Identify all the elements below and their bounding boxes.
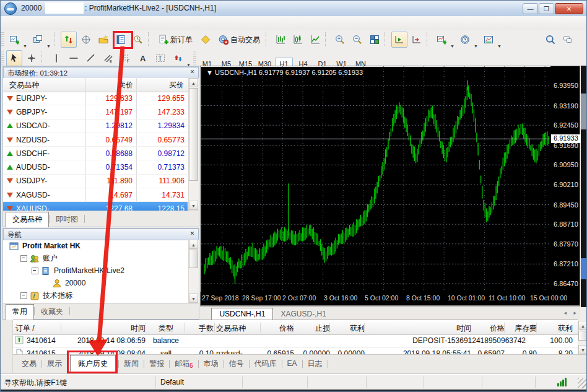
market-watch-row-eurjpy[interactable]: EURJPY-129.633129.655 xyxy=(3,92,188,105)
new-order-button[interactable]: 新订单 xyxy=(155,32,196,48)
terminal-tab-新闻[interactable]: 新闻 xyxy=(119,355,144,372)
navigator-item-账户[interactable]: 账户 xyxy=(3,252,188,264)
horizontal-line-button[interactable] xyxy=(66,50,82,66)
terminal-row-3410614[interactable]: 34106142018.09.14 08:06:59balance100.00D… xyxy=(13,334,578,348)
autotrading-button[interactable]: 自动交易 xyxy=(215,32,264,48)
terminal-col-1[interactable]: 时间 xyxy=(63,323,146,334)
terminal-tab-邮箱[interactable]: 邮箱6 xyxy=(170,355,198,372)
text-button[interactable]: A xyxy=(135,50,151,66)
navigator-item-profitmarkethk-live2[interactable]: ProfitMarketHK-Live2 xyxy=(3,264,188,277)
chart-candles-button[interactable] xyxy=(290,32,306,48)
terminal-tab-警报[interactable]: 警报 xyxy=(144,355,169,372)
window-minimize-button[interactable]: — xyxy=(523,3,538,14)
metaeditor-button[interactable] xyxy=(198,32,214,48)
toolbar-grip[interactable] xyxy=(1,32,4,46)
crosshair-button[interactable] xyxy=(24,50,40,66)
scroll-thumb[interactable] xyxy=(189,88,198,181)
market-watch-row-usdjpy[interactable]: USDJPY-111.890111.906 xyxy=(3,175,188,188)
zoom-out-button[interactable] xyxy=(349,32,365,48)
status-profile[interactable]: Default xyxy=(160,378,184,386)
chart-plot[interactable] xyxy=(201,66,550,292)
navigator-tab-收藏夹[interactable]: 收藏夹 xyxy=(35,305,69,320)
toolbar-grip[interactable] xyxy=(1,51,4,64)
toolbar-grip[interactable] xyxy=(193,51,196,64)
collapse-marker-icon[interactable]: ▼ xyxy=(206,69,213,76)
navigator-button[interactable] xyxy=(95,32,111,48)
auto-scroll-button[interactable] xyxy=(391,32,407,48)
terminal-col-8[interactable]: 时间 xyxy=(366,323,471,334)
terminal-tab-信号[interactable]: 信号 xyxy=(224,355,249,372)
terminal-col-6[interactable]: 止损 xyxy=(295,323,330,334)
close-icon[interactable]: ✕ xyxy=(188,230,196,238)
terminal-tab-EA[interactable]: EA xyxy=(282,356,302,371)
chat-button[interactable] xyxy=(560,32,576,48)
terminal-tab-展示[interactable]: 展示 xyxy=(42,355,67,372)
navigator-scrollbar[interactable]: ▲ ▼ xyxy=(188,240,199,303)
terminal-scrollbar[interactable]: ▲ ▼ xyxy=(578,321,587,354)
scroll-down-icon[interactable]: ▼ xyxy=(578,345,587,354)
scroll-down-icon[interactable]: ▼ xyxy=(189,201,198,210)
window-maximize-button[interactable]: ❐ xyxy=(539,3,554,14)
scroll-up-icon[interactable]: ▲ xyxy=(578,321,587,330)
chart-line-button[interactable] xyxy=(307,32,323,48)
scroll-down-icon[interactable]: ▼ xyxy=(189,294,198,303)
tab-scroll-left-icon[interactable]: ◂ xyxy=(563,310,567,316)
terminal-col-2[interactable]: 类型 xyxy=(147,323,185,334)
zoom-in-button[interactable] xyxy=(332,32,348,48)
profiles-button[interactable] xyxy=(30,32,46,48)
indicators-button[interactable] xyxy=(433,32,450,48)
tab-scroll-right-icon[interactable]: ▸ xyxy=(573,310,576,316)
market-watch-row-xagusd[interactable]: XAGUSD-14.69714.731 xyxy=(3,188,188,202)
terminal-col-5[interactable]: 价格 xyxy=(262,323,294,334)
market-watch-scrollbar[interactable]: ▲ ▼ xyxy=(188,78,199,211)
terminal-tab-市场[interactable]: 市场 xyxy=(199,355,224,372)
chart-bars-button[interactable] xyxy=(272,32,289,48)
navigator-item-技术指标[interactable]: f技术指标 xyxy=(3,289,188,302)
terminal-col-0[interactable]: 订单 / xyxy=(15,323,63,334)
terminal-col-7[interactable]: 获利 xyxy=(331,323,365,334)
search-button[interactable] xyxy=(542,32,559,48)
text-label-button[interactable]: T xyxy=(152,50,168,66)
market-watch-tab-即时图[interactable]: 即时图 xyxy=(50,212,84,227)
data-window-button[interactable] xyxy=(78,32,94,48)
arrows-button[interactable] xyxy=(170,50,186,66)
scroll-thumb[interactable] xyxy=(578,331,587,341)
scroll-up-icon[interactable]: ▲ xyxy=(189,78,198,87)
terminal-col-10[interactable]: 库存费 xyxy=(506,323,537,334)
market-watch-button[interactable] xyxy=(61,32,77,48)
market-watch-row-usdchf[interactable]: USDCHF-0.986880.98712 xyxy=(3,147,188,160)
resize-grip[interactable] xyxy=(578,378,586,388)
market-watch-row-gbpjpy[interactable]: GBPJPY-147.197147.233 xyxy=(3,105,188,119)
market-watch-row-nzdusd[interactable]: NZDUSD-0.657490.65773 xyxy=(3,133,188,147)
terminal-col-11[interactable]: 获利 xyxy=(538,323,573,334)
chart-shift-button[interactable] xyxy=(409,32,425,48)
close-icon[interactable]: ✕ xyxy=(188,68,196,76)
scroll-thumb[interactable] xyxy=(581,94,586,129)
window-scroll-strip[interactable] xyxy=(581,66,586,307)
collapse-expander-icon[interactable] xyxy=(20,255,27,262)
collapse-expander-icon[interactable] xyxy=(20,292,27,299)
scroll-thumb[interactable] xyxy=(189,250,198,268)
scroll-up-icon[interactable]: ▲ xyxy=(189,240,198,249)
terminal-col-9[interactable]: 价格 xyxy=(472,323,505,334)
collapse-expander-icon[interactable] xyxy=(32,268,38,274)
templates-button[interactable] xyxy=(480,32,497,48)
terminal-tab-代码库[interactable]: 代码库 xyxy=(250,355,282,372)
market-watch-row-usdcad[interactable]: USDCAD-1.298121.29834 xyxy=(3,120,188,133)
navigator-tab-常用[interactable]: 常用 xyxy=(6,304,34,320)
terminal-tab-日志[interactable]: 日志 xyxy=(303,355,328,372)
chart-tab-xagusdh1[interactable]: XAGUSD-,H1 xyxy=(273,308,333,320)
navigator-item-profit-market-hk[interactable]: Profit Market HK xyxy=(3,240,188,252)
terminal-col-4[interactable]: 交易品种 xyxy=(216,323,262,334)
new-chart-button[interactable] xyxy=(6,32,22,48)
cursor-button[interactable] xyxy=(6,50,22,66)
fibonacci-button[interactable]: F xyxy=(118,50,134,66)
vertical-line-button[interactable] xyxy=(48,50,64,66)
window-close-button[interactable]: ✕ xyxy=(555,3,583,14)
trendline-button[interactable] xyxy=(83,50,99,66)
tile-windows-button[interactable] xyxy=(367,32,383,48)
periods-button[interactable] xyxy=(457,32,473,48)
market-watch-row-audusd[interactable]: AUDUSD-0.713540.71373 xyxy=(3,160,188,174)
chart-tab-usdcnhh1[interactable]: USDCNH-,H1 xyxy=(211,308,273,320)
terminal-col-3[interactable]: 手数 xyxy=(186,323,214,334)
